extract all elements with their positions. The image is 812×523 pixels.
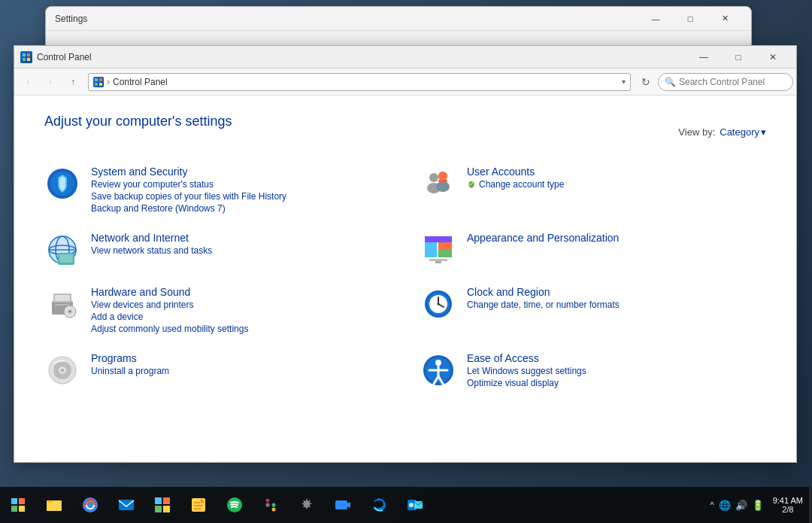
svg-rect-26 bbox=[425, 242, 437, 257]
hardware-sound-link-3[interactable]: Adjust commonly used mobility settings bbox=[91, 324, 248, 334]
svg-rect-60 bbox=[47, 503, 62, 511]
svg-point-13 bbox=[436, 181, 450, 192]
programs-link-1[interactable]: Uninstall a program bbox=[91, 366, 169, 376]
control-panel-icon bbox=[20, 51, 32, 63]
taskbar-settings-app[interactable] bbox=[289, 487, 325, 523]
svg-rect-32 bbox=[55, 304, 70, 306]
ease-of-access-link-2[interactable]: Optimize visual display bbox=[467, 378, 586, 388]
hardware-sound-title[interactable]: Hardware and Sound bbox=[91, 286, 248, 298]
settings-maximize-button[interactable]: □ bbox=[673, 7, 707, 31]
tray-chevron[interactable]: ^ bbox=[710, 500, 714, 509]
cp-minimize-button[interactable]: — bbox=[686, 46, 721, 68]
ease-of-access-link-1[interactable]: Let Windows suggest settings bbox=[467, 366, 586, 376]
cp-close-button[interactable]: ✕ bbox=[756, 46, 790, 68]
svg-rect-2 bbox=[23, 58, 26, 61]
svg-rect-30 bbox=[435, 261, 441, 263]
clock-region-title[interactable]: Clock and Region bbox=[467, 286, 620, 298]
svg-rect-22 bbox=[59, 254, 73, 263]
svg-rect-67 bbox=[163, 497, 170, 504]
network-internet-title[interactable]: Network and Internet bbox=[91, 232, 212, 244]
svg-point-78 bbox=[272, 508, 276, 512]
programs-icon bbox=[44, 352, 80, 388]
control-panel-window: Control Panel — □ ✕ ‹ › ↑ › Control Pane… bbox=[14, 45, 797, 463]
windows-logo-icon bbox=[11, 497, 26, 512]
hardware-sound-content: Hardware and Sound View devices and prin… bbox=[91, 286, 248, 334]
cp-heading: Adjust your computer's settings bbox=[44, 114, 232, 129]
show-desktop-button[interactable] bbox=[809, 487, 812, 523]
hardware-sound-link-1[interactable]: View devices and printers bbox=[91, 300, 248, 310]
hardware-sound-link-2[interactable]: Add a device bbox=[91, 312, 248, 322]
taskbar-outlook[interactable] bbox=[397, 487, 433, 523]
appearance-content: Appearance and Personalization bbox=[467, 232, 619, 244]
taskbar-windows-store[interactable] bbox=[144, 487, 180, 523]
category-network-internet[interactable]: Network and Internet View network status… bbox=[44, 232, 390, 268]
taskbar-clock[interactable]: 9:41 AM 2/8 bbox=[767, 496, 809, 514]
network-tray-icon[interactable]: 🌐 bbox=[719, 500, 731, 511]
taskbar-chrome[interactable] bbox=[72, 487, 108, 523]
taskbar-sticky-notes[interactable] bbox=[180, 487, 217, 523]
svg-point-85 bbox=[409, 503, 414, 507]
svg-rect-79 bbox=[266, 503, 269, 507]
taskbar-zoom[interactable] bbox=[325, 487, 361, 523]
settings-close-button[interactable]: ✕ bbox=[707, 7, 742, 31]
nav-back-button[interactable]: ‹ bbox=[17, 71, 38, 93]
network-internet-content: Network and Internet View network status… bbox=[91, 232, 212, 256]
user-accounts-title[interactable]: User Accounts bbox=[467, 166, 564, 178]
svg-point-47 bbox=[61, 369, 64, 372]
category-ease-of-access[interactable]: Ease of Access Let Windows suggest setti… bbox=[420, 352, 766, 388]
svg-rect-25 bbox=[425, 236, 452, 242]
battery-tray-icon[interactable]: 🔋 bbox=[752, 500, 764, 511]
path-dropdown-arrow[interactable]: ▾ bbox=[622, 78, 626, 86]
start-button[interactable] bbox=[0, 487, 36, 523]
user-accounts-content: User Accounts Change account type bbox=[467, 166, 564, 190]
volume-tray-icon[interactable]: 🔊 bbox=[735, 500, 747, 511]
svg-rect-56 bbox=[19, 498, 25, 504]
svg-rect-29 bbox=[429, 259, 447, 261]
svg-rect-4 bbox=[95, 78, 98, 81]
nav-forward-button[interactable]: › bbox=[40, 71, 61, 93]
system-security-icon bbox=[44, 166, 80, 202]
nav-refresh-button[interactable]: ↻ bbox=[635, 71, 656, 93]
svg-rect-6 bbox=[95, 83, 98, 86]
user-accounts-link-1[interactable]: Change account type bbox=[479, 179, 564, 190]
nav-path-bar[interactable]: › Control Panel ▾ bbox=[88, 73, 631, 91]
svg-rect-68 bbox=[155, 506, 162, 512]
category-system-security[interactable]: System and Security Review your computer… bbox=[44, 166, 390, 214]
system-security-link-2[interactable]: Save backup copies of your files with Fi… bbox=[91, 191, 286, 202]
svg-rect-66 bbox=[155, 497, 162, 504]
settings-minimize-button[interactable]: — bbox=[638, 7, 673, 31]
control-panel-window-buttons: — □ ✕ bbox=[686, 46, 790, 68]
system-security-link-3[interactable]: Backup and Restore (Windows 7) bbox=[91, 203, 286, 214]
taskbar-spotify[interactable] bbox=[217, 487, 253, 523]
control-panel-titlebar: Control Panel — □ ✕ bbox=[14, 46, 796, 68]
category-hardware-sound[interactable]: Hardware and Sound View devices and prin… bbox=[44, 286, 390, 334]
category-user-accounts[interactable]: User Accounts Change account type bbox=[420, 166, 766, 214]
svg-rect-27 bbox=[438, 242, 452, 250]
system-security-link-1[interactable]: Review your computer's status bbox=[91, 179, 286, 190]
system-security-title[interactable]: System and Security bbox=[91, 166, 286, 178]
taskbar-mail[interactable] bbox=[108, 487, 144, 523]
nav-up-button[interactable]: ↑ bbox=[62, 71, 83, 93]
svg-point-64 bbox=[88, 503, 92, 507]
taskbar-file-explorer[interactable] bbox=[36, 487, 72, 523]
programs-title[interactable]: Programs bbox=[91, 352, 169, 364]
category-appearance[interactable]: Appearance and Personalization bbox=[420, 232, 766, 268]
svg-rect-15 bbox=[438, 180, 447, 182]
clock-region-link-1[interactable]: Change date, time, or number formats bbox=[467, 300, 620, 310]
taskbar-slack[interactable] bbox=[253, 487, 289, 523]
cp-maximize-button[interactable]: □ bbox=[721, 46, 756, 68]
view-by-value[interactable]: Category ▾ bbox=[720, 126, 766, 138]
svg-rect-1 bbox=[27, 53, 30, 56]
svg-rect-80 bbox=[272, 503, 275, 507]
search-input[interactable] bbox=[679, 77, 786, 87]
category-clock-region[interactable]: Clock and Region Change date, time, or n… bbox=[420, 286, 766, 334]
svg-point-10 bbox=[429, 173, 438, 182]
appearance-title[interactable]: Appearance and Personalization bbox=[467, 232, 619, 244]
network-internet-link-1[interactable]: View network status and tasks bbox=[91, 245, 212, 256]
taskbar-edge[interactable] bbox=[361, 487, 397, 523]
network-internet-icon bbox=[44, 232, 80, 268]
category-programs[interactable]: Programs Uninstall a program bbox=[44, 352, 390, 388]
ease-of-access-title[interactable]: Ease of Access bbox=[467, 352, 586, 364]
cp-navbar: ‹ › ↑ › Control Panel ▾ ↻ 🔍 bbox=[14, 68, 796, 96]
nav-search-box[interactable]: 🔍 bbox=[658, 73, 793, 91]
